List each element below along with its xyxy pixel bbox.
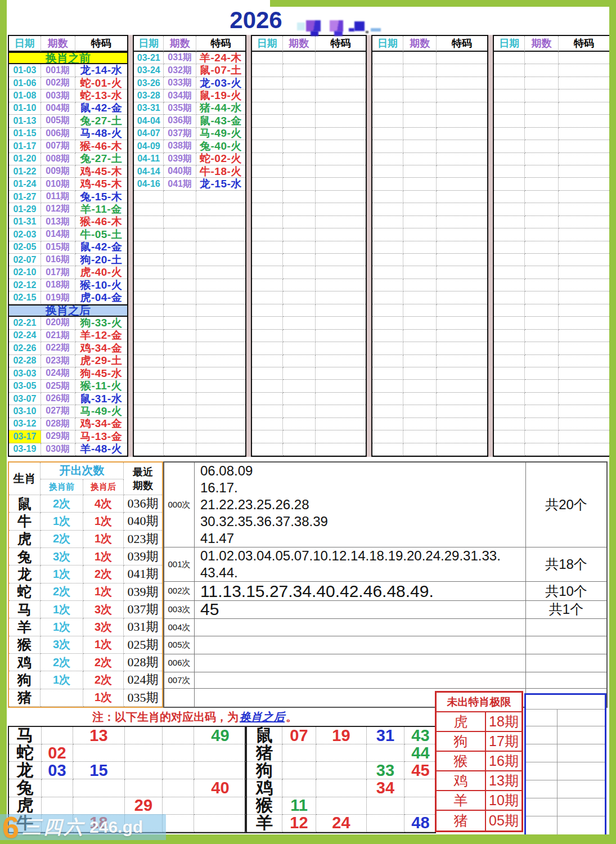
period-cell: 040期 — [164, 165, 196, 178]
freq-row: 002次11.13.15.27.34.40.42.46.48.49.共10个 — [164, 582, 606, 601]
empty-cell — [372, 89, 403, 102]
empty-cell — [494, 128, 525, 140]
period-cell: 024期 — [41, 367, 75, 380]
bottom-value — [316, 762, 367, 779]
blue-box-row — [526, 726, 605, 744]
code-cell: 羊-24-木 — [196, 52, 245, 64]
freq-label: 005次 — [164, 636, 195, 654]
empty-cell — [252, 430, 283, 443]
empty-cell — [437, 115, 487, 127]
freq-total — [525, 672, 606, 689]
bottom-zodiac: 鼠 — [247, 727, 282, 744]
stats-after-count: 2次 — [83, 565, 124, 583]
empty-cell — [164, 228, 196, 241]
empty-cell — [283, 228, 316, 241]
empty-cell — [403, 52, 437, 64]
empty-cell — [559, 355, 609, 367]
bottom-value — [73, 797, 125, 815]
col-header-date: 日期 — [9, 36, 41, 52]
stats-before-count: 1次 — [41, 601, 83, 618]
empty-cell — [437, 418, 487, 430]
empty-cell — [134, 304, 164, 317]
bottom-value — [194, 744, 247, 762]
code-cell: 猪-44-水 — [196, 102, 245, 115]
results-group: 日期期数特码03-21031期羊-24-木03-24032期鼠-07-土03-2… — [133, 35, 246, 457]
stats-after-count: 1次 — [83, 531, 124, 548]
bottom-zodiac: 猪 — [247, 744, 282, 762]
empty-cell — [525, 430, 558, 443]
watermark-digit: 6 — [2, 816, 19, 838]
period-cell: 009期 — [41, 165, 75, 178]
empty-cell — [559, 254, 609, 266]
bottom-value — [163, 762, 194, 779]
empty-cell — [196, 317, 245, 329]
code-cell: 兔-27-土 — [75, 153, 127, 165]
empty-cell — [252, 77, 283, 89]
period-cell: 015期 — [41, 241, 75, 254]
period-cell: 026期 — [41, 393, 75, 405]
period-cell: 014期 — [41, 228, 75, 241]
empty-cell — [164, 355, 196, 367]
blue-box-cell — [526, 762, 557, 780]
empty-cell — [372, 291, 403, 304]
stats-before-count: 2次 — [41, 654, 83, 671]
censored-block — [306, 20, 321, 32]
date-cell: 02-15 — [9, 291, 41, 304]
stats-recent-period: 031期 — [124, 618, 162, 636]
empty-cell — [437, 291, 487, 304]
empty-cell — [252, 64, 283, 77]
empty-cell — [559, 317, 609, 329]
empty-cell — [252, 291, 283, 304]
empty-cell — [164, 330, 196, 342]
empty-cell — [437, 304, 487, 317]
limit-box-rows: 虎18期狗17期猴16期鸡13期羊10期猪05期 — [437, 712, 521, 830]
period-cell: 036期 — [164, 115, 196, 127]
bottom-value: 07 — [282, 727, 316, 744]
stats-recent-period: 023期 — [124, 531, 162, 548]
stats-after-count: 3次 — [83, 601, 124, 618]
censored-block — [354, 21, 365, 31]
empty-cell — [525, 279, 558, 291]
empty-cell — [316, 367, 366, 380]
empty-cell — [559, 367, 609, 380]
date-cell: 04-09 — [134, 140, 164, 152]
freq-label: 007次 — [164, 672, 195, 689]
blue-box-row — [526, 816, 605, 834]
empty-cell — [494, 405, 525, 417]
bottom-value: 34 — [367, 779, 404, 797]
bottom-value — [73, 744, 125, 762]
period-cell: 002期 — [41, 77, 75, 89]
empty-cell — [559, 165, 609, 178]
empty-cell — [437, 380, 487, 392]
blue-box-row — [526, 780, 605, 798]
censored-block — [330, 20, 343, 32]
empty-cell — [316, 304, 366, 317]
empty-cell — [252, 355, 283, 367]
freq-label: 001次 — [164, 547, 195, 581]
empty-cell — [437, 128, 487, 140]
blue-box-row — [526, 762, 605, 780]
empty-cell — [283, 77, 316, 89]
empty-cell — [134, 355, 164, 367]
bottom-value — [42, 779, 73, 797]
empty-cell — [134, 330, 164, 342]
empty-cell — [403, 140, 437, 152]
period-cell: 021期 — [41, 330, 75, 342]
empty-cell — [559, 52, 609, 64]
period-cell: 013期 — [41, 216, 75, 228]
empty-cell — [316, 115, 366, 127]
period-cell: 022期 — [41, 342, 75, 354]
code-cell: 狗-45-水 — [75, 367, 127, 380]
period-cell: 029期 — [41, 430, 75, 443]
bottom-value — [125, 727, 163, 744]
limit-period: 18期 — [486, 712, 521, 732]
code-cell: 羊-12-金 — [75, 330, 127, 342]
bottom-value: 24 — [316, 815, 367, 832]
period-cell: 006期 — [41, 128, 75, 140]
empty-cell — [372, 330, 403, 342]
note-line: 注：以下生肖的对应出码，为换肖之后。 — [8, 708, 297, 726]
empty-cell — [316, 165, 366, 178]
col-header-date: 日期 — [372, 36, 403, 52]
stats-zodiac: 牛 — [9, 513, 41, 530]
empty-cell — [372, 203, 403, 216]
